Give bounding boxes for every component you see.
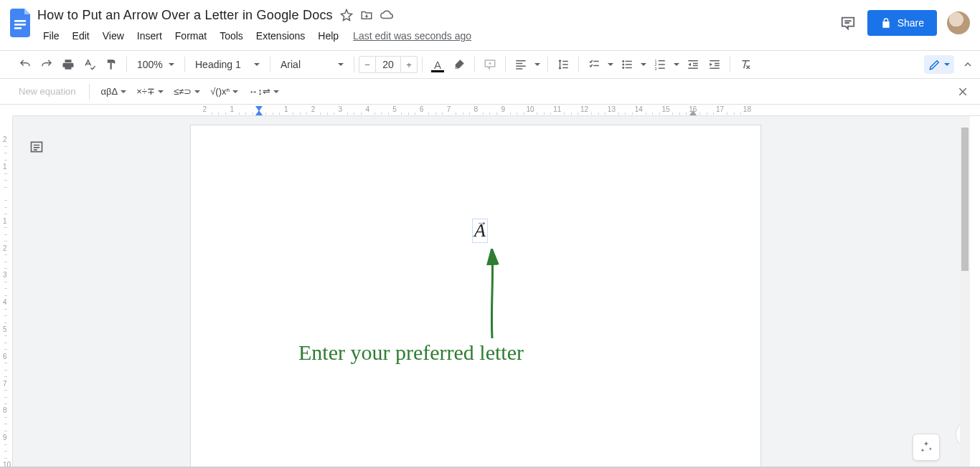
vertical-scrollbar-thumb[interactable] [961, 128, 969, 271]
svg-rect-14 [659, 68, 665, 70]
show-outline-icon[interactable] [26, 136, 47, 158]
svg-rect-0 [14, 20, 26, 22]
svg-rect-2 [14, 27, 22, 29]
indent-increase-icon[interactable] [704, 54, 725, 75]
menu-view[interactable]: View [97, 27, 130, 44]
svg-rect-13 [659, 64, 665, 65]
indent-decrease-icon[interactable] [682, 54, 704, 75]
cloud-done-icon[interactable] [380, 9, 393, 22]
svg-rect-1 [14, 24, 26, 26]
bulleted-caret-icon[interactable] [638, 54, 649, 75]
font-size-input[interactable] [376, 56, 400, 73]
share-button[interactable]: Share [867, 10, 937, 36]
font-size-increase-button[interactable]: + [400, 56, 418, 73]
checklist-icon[interactable] [583, 54, 605, 75]
align-caret-icon[interactable] [532, 54, 543, 75]
last-edit-link[interactable]: Last edit was seconds ago [353, 30, 471, 42]
new-equation-button: New equation [14, 83, 80, 100]
annotation-text: Enter your preferred letter [298, 340, 524, 365]
align-icon[interactable] [510, 54, 532, 75]
equation-arrows-select[interactable]: ↔↕⇌ [245, 85, 282, 98]
equation-box[interactable]: → A [472, 219, 488, 243]
checklist-caret-icon[interactable] [605, 54, 616, 75]
document-page[interactable]: → A Enter your preferred letter [190, 125, 761, 468]
svg-point-3 [622, 60, 624, 62]
docs-logo-icon[interactable] [7, 9, 36, 37]
svg-point-4 [622, 64, 624, 66]
menubar: File Edit View Insert Format Tools Exten… [37, 27, 839, 44]
vector-arrow-icon: → [476, 217, 487, 229]
numbered-caret-icon[interactable] [671, 54, 682, 75]
explore-button[interactable] [913, 434, 940, 461]
editing-mode-select[interactable] [924, 55, 954, 74]
svg-rect-7 [626, 64, 632, 65]
comment-history-icon[interactable] [839, 14, 857, 32]
clear-formatting-icon[interactable] [735, 54, 756, 75]
equation-toolbar: New equation αβΔ ×÷∓ ≤≠⊃ √()xⁿ ↔↕⇌ [0, 79, 980, 105]
font-select[interactable]: Arial [275, 54, 349, 75]
font-size-decrease-button[interactable]: − [359, 56, 376, 73]
menu-insert[interactable]: Insert [131, 27, 168, 44]
svg-text:3: 3 [655, 67, 657, 71]
print-icon[interactable] [57, 54, 79, 75]
menu-extensions[interactable]: Extensions [250, 27, 311, 44]
menu-format[interactable]: Format [169, 27, 212, 44]
vertical-scrollbar[interactable] [960, 128, 970, 468]
equation-greek-select[interactable]: αβΔ [98, 85, 130, 98]
bulleted-list-icon[interactable] [616, 54, 638, 75]
equation-math-select[interactable]: √()xⁿ [207, 85, 241, 98]
equation-operators-select[interactable]: ×÷∓ [133, 85, 166, 98]
star-icon[interactable] [340, 9, 353, 22]
spellcheck-icon[interactable] [79, 54, 100, 75]
numbered-list-icon[interactable]: 123 [649, 54, 671, 75]
horizontal-ruler[interactable]: 21123456789101112131415161718 [13, 105, 980, 116]
menu-edit[interactable]: Edit [67, 27, 95, 44]
highlight-color-icon[interactable] [448, 54, 470, 75]
text-color-icon[interactable]: A [427, 54, 448, 75]
menu-help[interactable]: Help [312, 27, 344, 44]
line-spacing-icon[interactable] [552, 54, 574, 75]
equation-relations-select[interactable]: ≤≠⊃ [171, 85, 203, 98]
svg-rect-12 [659, 60, 665, 62]
doc-title[interactable]: How to Put an Arrow Over a Letter in Goo… [37, 8, 333, 23]
svg-rect-8 [626, 67, 632, 69]
paint-format-icon[interactable] [100, 54, 122, 75]
insert-comment-icon[interactable] [479, 54, 501, 75]
menu-file[interactable]: File [37, 27, 65, 44]
menu-tools[interactable]: Tools [214, 27, 249, 44]
move-icon[interactable] [360, 9, 373, 22]
svg-rect-6 [626, 61, 632, 62]
redo-icon[interactable] [36, 54, 57, 75]
account-avatar[interactable] [947, 11, 970, 34]
svg-point-5 [622, 67, 624, 69]
undo-icon[interactable] [14, 54, 36, 75]
vertical-ruler[interactable]: 2112345678910 [0, 116, 13, 468]
share-label: Share [897, 17, 924, 29]
toolbar: 100% Heading 1 Arial − + A 123 [0, 50, 980, 79]
close-equation-bar-icon[interactable] [954, 83, 971, 100]
paragraph-style-select[interactable]: Heading 1 [189, 54, 265, 75]
zoom-select[interactable]: 100% [131, 54, 180, 75]
hide-menus-icon[interactable] [958, 55, 977, 74]
annotation-arrow-icon [478, 249, 507, 342]
